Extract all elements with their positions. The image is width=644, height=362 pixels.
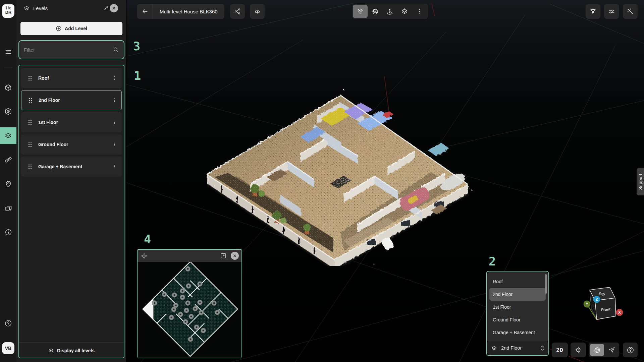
mesh-mode-button[interactable]: [368, 5, 382, 18]
rail-item-measure[interactable]: [0, 152, 16, 167]
dropdown-scrollbar[interactable]: [545, 274, 547, 294]
dropdown-option-ground-floor[interactable]: Ground Floor: [487, 313, 548, 326]
level-row-garage-basement[interactable]: Garage + Basement: [21, 157, 122, 177]
support-label: Support: [638, 174, 643, 190]
minimap-header: [138, 250, 241, 262]
rail-item-locations[interactable]: [0, 177, 16, 191]
level-row-2nd-floor[interactable]: 2nd Floor: [21, 90, 122, 110]
rail-item-models[interactable]: [0, 80, 16, 95]
display-all-levels-button[interactable]: Display all levels: [19, 343, 124, 358]
collapse-icon: [103, 5, 109, 11]
add-level-button[interactable]: Add Level: [20, 22, 122, 35]
display-settings-button[interactable]: [604, 4, 619, 19]
location-pin-icon: [5, 180, 12, 188]
expand-icon[interactable]: [220, 252, 227, 259]
rail-item-levels[interactable]: [0, 127, 16, 144]
drag-handle-icon[interactable]: [28, 164, 32, 170]
footer-divider: [19, 343, 124, 343]
layers-icon: [491, 345, 497, 351]
more-options-button[interactable]: [412, 5, 427, 18]
view-mode-toolbar: [352, 4, 428, 19]
filter-field: [18, 40, 124, 59]
globe-mode-button[interactable]: [590, 344, 604, 356]
minimap-panel[interactable]: [137, 249, 242, 358]
display-all-levels-label: Display all levels: [57, 348, 95, 353]
drag-handle-icon[interactable]: [28, 75, 32, 81]
annotation-2: 2: [489, 255, 496, 268]
main-menu-button[interactable]: [0, 45, 16, 59]
project-title-bar: Multi-level House BLK360: [137, 4, 224, 19]
dropdown-option-2nd-floor[interactable]: 2nd Floor: [489, 288, 546, 301]
minimap-floorplan[interactable]: [138, 261, 241, 358]
level-label: 2nd Floor: [39, 98, 60, 103]
point-cloud-house[interactable]: [200, 83, 478, 266]
cube-face-front-label[interactable]: Front: [601, 307, 610, 312]
support-tab[interactable]: Support: [637, 168, 644, 195]
drag-handle-icon[interactable]: [28, 98, 33, 103]
navigation-cube[interactable]: Top Front Z Y X: [580, 280, 637, 328]
toggle-2d-button[interactable]: 2D: [552, 343, 568, 357]
download-button[interactable]: [250, 4, 265, 19]
level-row-roof[interactable]: Roof: [21, 68, 122, 88]
level-menu-icon[interactable]: [112, 75, 117, 81]
user-avatar[interactable]: VB: [2, 342, 14, 354]
collapse-panel-button[interactable]: [103, 5, 109, 11]
level-selector-bar[interactable]: 2nd Floor: [487, 341, 548, 355]
dropdown-option-1st-floor[interactable]: 1st Floor: [487, 301, 548, 313]
help-icon: [627, 346, 634, 354]
move-icon[interactable]: [141, 253, 147, 259]
level-row-ground-floor[interactable]: Ground Floor: [21, 134, 122, 155]
rail-item-assets[interactable]: [0, 104, 16, 119]
level-stepper[interactable]: [540, 345, 544, 351]
section-box-icon: [401, 8, 408, 15]
filter-input[interactable]: [19, 47, 113, 53]
fly-mode-button[interactable]: [604, 343, 619, 357]
tools-button[interactable]: [623, 4, 638, 19]
minimap-close-button[interactable]: [231, 252, 239, 260]
axis-z-badge[interactable]: Z: [596, 297, 598, 301]
level-menu-icon[interactable]: [112, 142, 117, 147]
locate-button[interactable]: [571, 343, 586, 357]
hxdr-logo[interactable]: Hx DR: [2, 4, 14, 18]
cube-icon: [4, 84, 12, 92]
drag-handle-icon[interactable]: [28, 120, 32, 125]
windows-icon: [4, 204, 12, 212]
level-label: Ground Floor: [38, 142, 68, 147]
menu-icon: [5, 48, 12, 56]
axis-x-badge[interactable]: X: [618, 310, 621, 314]
walkthrough-mode-button[interactable]: [382, 5, 397, 18]
level-menu-icon[interactable]: [112, 98, 117, 103]
back-button[interactable]: [137, 4, 153, 19]
close-panel-button[interactable]: [110, 4, 118, 12]
rail-item-info[interactable]: [0, 225, 16, 240]
rail-divider: [4, 67, 12, 67]
share-button[interactable]: [230, 4, 245, 19]
drag-handle-icon[interactable]: [28, 142, 32, 147]
dropdown-option-roof[interactable]: Roof: [487, 275, 548, 288]
app-sidebar-rail: Hx DR: [0, 0, 16, 362]
level-menu-icon[interactable]: [112, 120, 117, 125]
cloud-download-icon: [254, 8, 261, 15]
level-menu-icon[interactable]: [112, 164, 117, 169]
axis-y-badge[interactable]: Y: [586, 302, 588, 306]
share-icon: [234, 8, 241, 15]
navigation-mode-group: [589, 343, 619, 357]
levels-panel: Levels Add Level Roof: [16, 0, 126, 362]
level-select-dropdown: Roof 2nd Floor 1st Floor Ground Floor Ga…: [486, 271, 549, 356]
section-box-button[interactable]: [397, 5, 412, 18]
paper-plane-icon: [608, 347, 615, 353]
rail-help-button[interactable]: [0, 316, 16, 330]
filter-icon: [590, 8, 596, 15]
annotation-3: 3: [133, 40, 140, 53]
level-row-1st-floor[interactable]: 1st Floor: [21, 112, 122, 132]
filter-view-button[interactable]: [586, 4, 600, 19]
level-label: Garage + Basement: [38, 164, 82, 169]
close-icon: [112, 6, 116, 10]
project-title: Multi-level House BLK360: [153, 9, 224, 14]
more-icon: [416, 8, 422, 14]
dropdown-option-garage-basement[interactable]: Garage + Basement: [487, 326, 548, 339]
plus-circle-icon: [56, 25, 62, 32]
rail-item-views[interactable]: [0, 201, 16, 216]
point-cloud-mode-button[interactable]: [353, 5, 368, 18]
help-button[interactable]: [623, 343, 638, 357]
